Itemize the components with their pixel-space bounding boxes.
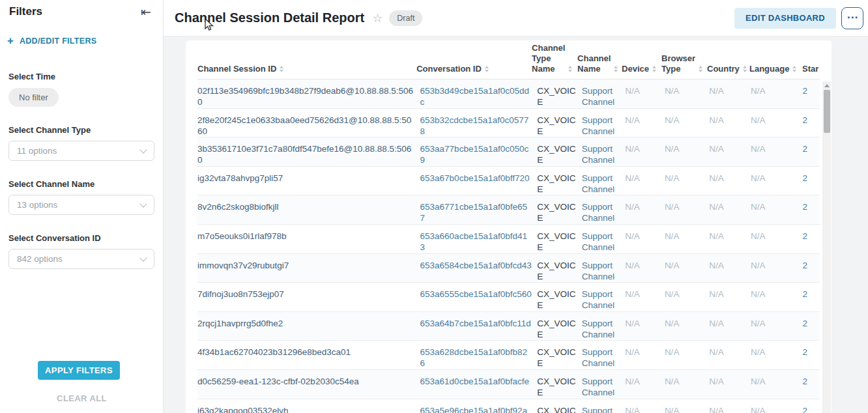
cell-start[interactable]: 2 (794, 347, 820, 358)
cell-start[interactable]: 2 (794, 231, 820, 242)
column-header-start[interactable]: Star (794, 64, 820, 74)
cell-channel_name[interactable]: Support Channel (582, 260, 626, 282)
cell-session_id[interactable]: 2f8e20f245c1e0633baa0eed75626d31@10.88.8… (197, 115, 420, 137)
table-body: 02f113e354969bfc19b348b27f9deab6@10.88.8… (197, 79, 820, 413)
cell-session_id[interactable]: 8v2n6c2skog8biofkjll (197, 201, 420, 212)
scroll-up-arrow-icon[interactable] (824, 84, 830, 87)
column-header-session_id[interactable]: Channel Session ID (197, 64, 416, 74)
cell-start[interactable]: 2 (794, 376, 820, 387)
cell-conversation_id[interactable]: 653a660acbe15a1af0bfd413 (420, 231, 538, 253)
cell-start[interactable]: 2 (794, 318, 820, 329)
cell-start[interactable]: 2 (794, 201, 820, 212)
cell-start[interactable]: 2 (794, 405, 820, 413)
table-row[interactable]: 02f113e354969bfc19b348b27f9deab6@10.88.8… (197, 79, 820, 109)
table-row[interactable]: 2f8e20f245c1e0633baa0eed75626d31@10.88.8… (197, 109, 820, 138)
cell-channel_name[interactable]: Support Channel (582, 173, 626, 195)
cell-conversation_id[interactable]: 653b3d49cbe15a1af0c05ddc (420, 85, 538, 107)
table-row[interactable]: 4f34b1ac62704023b31296e8bed3ca01653a628d… (197, 341, 820, 370)
add-edit-filters-button[interactable]: + ADD/EDIT FILTERS (7, 36, 163, 46)
cell-start[interactable]: 2 (794, 115, 820, 126)
cell-start[interactable]: 2 (794, 289, 820, 300)
cell-conversation_id[interactable]: 653a628dcbe15a1af0bfb826 (420, 347, 538, 369)
cell-browser_type: N/A (665, 115, 709, 126)
cell-session_id[interactable]: immovqn37v29rubutgi7 (197, 260, 420, 271)
table-row[interactable]: d0c56259-eea1-123c-cfbf-02b2030c54ea653a… (197, 370, 820, 399)
column-header-browser_type[interactable]: Browser Type (661, 53, 707, 74)
conversation-id-select[interactable]: 842 options (8, 249, 154, 269)
cell-start[interactable]: 2 (794, 260, 820, 271)
sort-icon[interactable] (280, 66, 283, 72)
chevron-down-icon (139, 254, 147, 261)
cell-conversation_id[interactable]: 653aa77bcbe15a1af0c050c9 (420, 143, 538, 165)
cell-session_id[interactable]: 3b35361710e3f71c7a80fdf547befe16@10.88.8… (197, 143, 420, 165)
table-row[interactable]: i63g2kapqoq03532elvh653a5e96cbe15a1af0bf… (197, 399, 820, 413)
edit-dashboard-button[interactable]: EDIT DASHBOARD (734, 8, 836, 29)
cell-conversation_id[interactable]: 653a5e96cbe15a1af0bf92a7 (420, 405, 538, 413)
table-row[interactable]: 7difnoj3uo8n753ejp07653a6555cbe15a1af0bf… (197, 283, 820, 312)
time-filter-chip[interactable]: No filter (8, 88, 59, 107)
cell-conversation_id[interactable]: 653a64b7cbe15a1af0bfc11d (420, 318, 538, 329)
cell-session_id[interactable]: 2rqcj1havprrg5d0fhe2 (197, 318, 420, 329)
column-header-device[interactable]: Device (622, 64, 661, 74)
cell-conversation_id[interactable]: 653a6555cbe15a1af0bfc560 (420, 289, 538, 300)
cell-channel_name[interactable]: Support Channel (582, 115, 626, 137)
cell-device: N/A (625, 289, 665, 300)
cell-channel_name[interactable]: Support Channel (582, 376, 626, 398)
cell-device: N/A (625, 143, 665, 154)
cell-channel_name[interactable]: Support Channel (582, 201, 626, 223)
collapse-sidebar-icon[interactable]: ⇤ (141, 5, 151, 20)
cell-channel_name[interactable]: Support Channel (582, 318, 626, 340)
more-options-button[interactable]: ⋯ (841, 7, 863, 29)
cell-browser_type: N/A (665, 347, 709, 358)
select-channel-type-label: Select Channel Type (8, 125, 163, 135)
sort-icon[interactable] (743, 66, 747, 72)
star-icon[interactable]: ☆ (372, 11, 383, 25)
cell-session_id[interactable]: 7difnoj3uo8n753ejp07 (197, 289, 420, 300)
channel-name-select[interactable]: 13 options (8, 195, 154, 215)
cell-channel_name[interactable]: Support Channel (582, 231, 626, 253)
column-header-channel_name[interactable]: Channel Name (577, 53, 622, 74)
cell-session_id[interactable]: i63g2kapqoq03532elvh (197, 405, 420, 413)
cell-channel_type_name: CX_VOICE (537, 318, 581, 340)
column-header-channel_type_name[interactable]: Channel Type Name (532, 43, 577, 74)
table-row[interactable]: 3b35361710e3f71c7a80fdf547befe16@10.88.8… (197, 137, 820, 167)
cell-start[interactable]: 2 (794, 173, 820, 184)
cell-conversation_id[interactable]: 653a6771cbe15a1af0bfe657 (420, 201, 538, 223)
table-row[interactable]: ig32vta78ahvpg7pli57653a67b0cbe15a1af0bf… (197, 167, 820, 196)
scrollbar-thumb[interactable] (824, 90, 830, 133)
cell-channel_name[interactable]: Support Channel (582, 85, 626, 107)
column-header-language[interactable]: Language (749, 64, 794, 74)
sort-icon[interactable] (485, 66, 489, 72)
table-row[interactable]: 8v2n6c2skog8biofkjll653a6771cbe15a1af0bf… (197, 195, 820, 225)
sort-icon[interactable] (699, 66, 702, 72)
table-vertical-scrollbar[interactable] (822, 81, 831, 413)
table-row[interactable]: immovqn37v29rubutgi7653a6584cbe15a1af0bf… (197, 254, 820, 283)
cell-browser_type: N/A (665, 289, 709, 300)
cell-start[interactable]: 2 (794, 85, 820, 96)
cell-session_id[interactable]: ig32vta78ahvpg7pli57 (197, 173, 420, 184)
cell-session_id[interactable]: d0c56259-eea1-123c-cfbf-02b2030c54ea (197, 376, 420, 387)
cell-channel_name[interactable]: Support Channel (582, 143, 626, 165)
cell-conversation_id[interactable]: 653a6584cbe15a1af0bfcd43 (420, 260, 538, 271)
sort-icon[interactable] (614, 66, 618, 72)
cell-session_id[interactable]: 02f113e354969bfc19b348b27f9deab6@10.88.8… (197, 85, 420, 107)
cell-conversation_id[interactable]: 653a61d0cbe15a1af0bfacfe (420, 376, 538, 387)
clear-all-button[interactable]: CLEAR ALL (0, 393, 164, 403)
column-header-country[interactable]: Country (707, 64, 749, 74)
cell-conversation_id[interactable]: 653a67b0cbe15a1af0bff720 (420, 173, 538, 184)
cell-channel_name[interactable]: Support Channel (582, 289, 626, 311)
table-row[interactable]: 2rqcj1havprrg5d0fhe2653a64b7cbe15a1af0bf… (197, 312, 820, 341)
apply-filters-button[interactable]: APPLY FILTERS (38, 361, 120, 380)
cell-channel_name[interactable]: Support Channel (582, 347, 626, 369)
table-row[interactable]: m7o5eouks0i1rlaf978b653a660acbe15a1af0bf… (197, 225, 820, 254)
cell-conversation_id[interactable]: 653b32cdcbe15a1af0c05778 (420, 115, 538, 137)
column-header-conversation_id[interactable]: Conversation ID (416, 64, 532, 74)
cell-language: N/A (751, 260, 794, 271)
cell-channel_name[interactable]: Support Channel (582, 405, 626, 413)
sort-icon[interactable] (568, 66, 572, 72)
cell-start[interactable]: 2 (794, 143, 820, 154)
channel-type-select[interactable]: 11 options (8, 141, 154, 161)
cell-session_id[interactable]: m7o5eouks0i1rlaf978b (197, 231, 420, 242)
sort-icon[interactable] (652, 66, 656, 72)
cell-session_id[interactable]: 4f34b1ac62704023b31296e8bed3ca01 (197, 347, 420, 358)
